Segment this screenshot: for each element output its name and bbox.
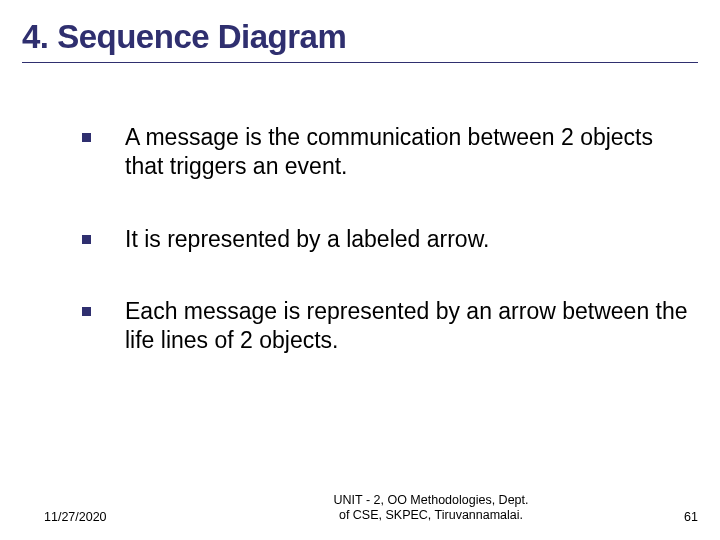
footer-page-number: 61 <box>638 510 698 524</box>
slide-title: 4. Sequence Diagram <box>22 18 698 56</box>
list-item: Each message is represented by an arrow … <box>82 297 698 355</box>
bullet-text: It is represented by a labeled arrow. <box>125 225 698 254</box>
square-bullet-icon <box>82 235 91 244</box>
square-bullet-icon <box>82 307 91 316</box>
slide: 4. Sequence Diagram A message is the com… <box>0 0 720 540</box>
footer-center: UNIT - 2, OO Methodologies, Dept. of CSE… <box>224 493 638 524</box>
list-item: A message is the communication between 2… <box>82 123 698 181</box>
square-bullet-icon <box>82 133 91 142</box>
footer-center-line2: of CSE, SKPEC, Tiruvannamalai. <box>339 508 523 522</box>
footer-date: 11/27/2020 <box>44 510 224 524</box>
bullet-text: Each message is represented by an arrow … <box>125 297 698 355</box>
list-item: It is represented by a labeled arrow. <box>82 225 698 254</box>
title-underline <box>22 62 698 63</box>
slide-footer: 11/27/2020 UNIT - 2, OO Methodologies, D… <box>0 493 720 524</box>
bullet-text: A message is the communication between 2… <box>125 123 698 181</box>
footer-center-line1: UNIT - 2, OO Methodologies, Dept. <box>334 493 529 507</box>
bullet-list: A message is the communication between 2… <box>22 123 698 355</box>
